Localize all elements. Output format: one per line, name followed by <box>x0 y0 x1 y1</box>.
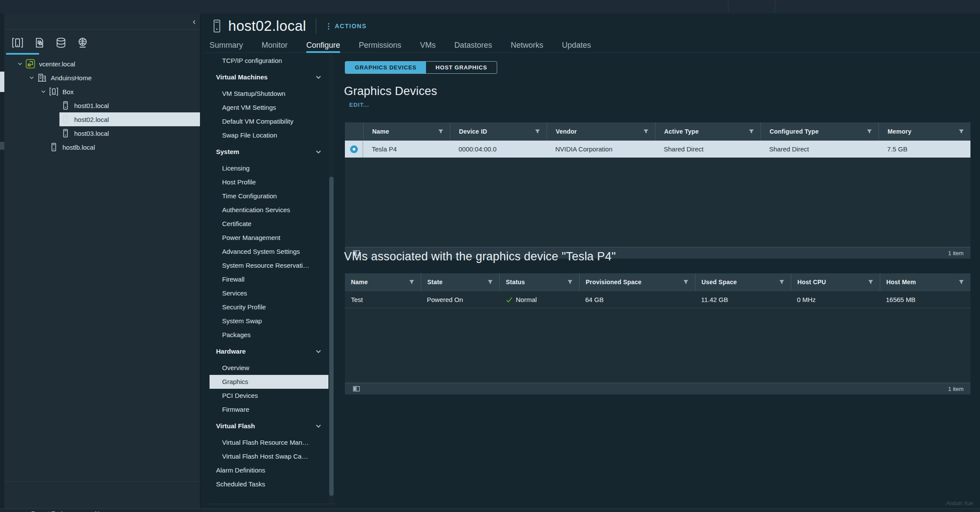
column-header-device-id[interactable]: Device ID <box>450 122 547 141</box>
tree-item-label: hostlb.local <box>62 144 95 151</box>
nav-section-label: Hardware <box>216 348 246 355</box>
nav-section-system[interactable]: System <box>210 145 328 159</box>
nav-item-scheduled-tasks[interactable]: Scheduled Tasks <box>210 477 328 491</box>
cell-device-id: 0000:04:00.0 <box>450 141 547 158</box>
networking-icon[interactable] <box>77 37 88 49</box>
tree-item-host01-local[interactable]: host01.local <box>4 98 200 112</box>
alarms-label[interactable]: Alarms <box>94 510 113 512</box>
nav-item-security-profile[interactable]: Security Profile <box>210 300 328 314</box>
tree-item-Box[interactable]: Box <box>4 85 200 98</box>
filter-icon[interactable] <box>534 128 541 135</box>
filter-icon[interactable] <box>683 279 689 285</box>
chevron-down-icon[interactable] <box>16 61 24 66</box>
column-header-vendor[interactable]: Vendor <box>547 122 655 141</box>
nav-item-pci-devices[interactable]: PCI Devices <box>210 389 328 403</box>
vm-row[interactable]: TestPowered OnNormal64 GB11.42 GB0 MHz16… <box>345 291 970 308</box>
nav-item-authentication-services[interactable]: Authentication Services <box>210 203 328 217</box>
filter-icon[interactable] <box>779 279 785 285</box>
graphics-devices-table: NameDevice IDVendorActive TypeConfigured… <box>345 122 970 259</box>
edit-button[interactable]: EDIT... <box>349 102 369 108</box>
nav-item-graphics[interactable]: Graphics <box>210 375 328 389</box>
graphics-panel: GRAPHICS DEVICESHOST GRAPHICS Graphics D… <box>343 13 980 512</box>
nav-item-tcp-ip-configuration[interactable]: TCP/IP configuration <box>210 54 328 68</box>
nav-item-virtual-flash-host-swap-ca-[interactable]: Virtual Flash Host Swap Ca… <box>210 450 328 463</box>
vms-and-templates-icon[interactable] <box>33 37 45 49</box>
nav-item-virtual-flash-resource-man-[interactable]: Virtual Flash Resource Man… <box>210 436 328 450</box>
associated-vms-table-footer: 1 item <box>345 383 970 394</box>
nav-section-virtual-machines[interactable]: Virtual Machines <box>210 70 328 84</box>
nav-section-hardware[interactable]: Hardware <box>210 345 328 358</box>
nav-section-label: System <box>216 148 239 155</box>
column-header-state[interactable]: State <box>421 273 499 291</box>
column-header-name[interactable]: Name <box>345 273 421 291</box>
inventory-view-switcher <box>4 30 200 56</box>
filter-icon[interactable] <box>409 279 415 285</box>
hosts-and-clusters-icon[interactable] <box>12 37 23 49</box>
nav-item-licensing[interactable]: Licensing <box>210 161 328 175</box>
graphics-device-row[interactable]: Tesla P40000:04:00.0NVIDIA CorporationSh… <box>345 141 970 158</box>
nav-item-services[interactable]: Services <box>210 286 328 300</box>
column-header-status[interactable]: Status <box>499 273 579 291</box>
nav-item-swap-file-location[interactable]: Swap File Location <box>210 128 328 142</box>
column-header-used-space[interactable]: Used Space <box>695 273 791 291</box>
filter-icon[interactable] <box>958 279 964 285</box>
tab-monitor[interactable]: Monitor <box>262 39 288 53</box>
nav-item-host-profile[interactable]: Host Profile <box>210 175 328 189</box>
chevron-down-icon[interactable] <box>39 89 48 94</box>
nav-item-overview[interactable]: Overview <box>210 361 328 375</box>
nav-item-system-resource-reservati-[interactable]: System Resource Reservati… <box>210 259 328 272</box>
recent-tasks-bar[interactable]: Recent Tasks Alarms <box>0 509 980 512</box>
cell-vendor: NVIDIA Corporation <box>547 141 655 158</box>
filter-icon[interactable] <box>567 279 573 285</box>
nav-item-power-management[interactable]: Power Management <box>210 231 328 245</box>
filter-icon[interactable] <box>958 128 964 135</box>
column-header-host-cpu[interactable]: Host CPU <box>791 273 880 291</box>
nav-item-firewall[interactable]: Firewall <box>210 272 328 286</box>
tree-item-AnduinsHome[interactable]: AnduinsHome <box>4 71 200 85</box>
nav-item-default-vm-compatibility[interactable]: Default VM Compatibility <box>210 115 328 128</box>
column-header-memory[interactable]: Memory <box>878 122 970 141</box>
chevron-down-icon[interactable] <box>27 75 36 80</box>
tree-item-hostlb-local[interactable]: hostlb.local <box>4 140 200 154</box>
radio-selected-icon[interactable] <box>350 145 358 153</box>
nav-item-system-swap[interactable]: System Swap <box>210 314 328 328</box>
column-header-host-mem[interactable]: Host Mem <box>880 273 970 291</box>
row-radio[interactable] <box>345 141 363 158</box>
collapse-sidebar-icon[interactable]: ‹ <box>193 15 196 27</box>
tree-item-host02-local[interactable]: host02.local <box>4 112 200 126</box>
column-header-name[interactable]: Name <box>363 122 450 141</box>
column-header-active-type[interactable]: Active Type <box>655 122 760 141</box>
nav-item-alarm-definitions[interactable]: Alarm Definitions <box>210 463 328 477</box>
toggle-graphics-devices[interactable]: GRAPHICS DEVICES <box>345 62 426 73</box>
nav-section-virtual-flash[interactable]: Virtual Flash <box>210 419 328 433</box>
column-header-configured-type[interactable]: Configured Type <box>760 122 878 141</box>
nav-item-agent-vm-settings[interactable]: Agent VM Settings <box>210 101 328 115</box>
configure-nav-scrollbar-thumb[interactable] <box>329 177 334 496</box>
recent-tasks-label[interactable]: Recent Tasks <box>31 510 67 512</box>
storage-icon[interactable] <box>55 37 67 49</box>
toggle-host-graphics[interactable]: HOST GRAPHICS <box>426 62 497 73</box>
item-count: 1 item <box>948 386 964 392</box>
filter-icon[interactable] <box>866 128 872 135</box>
nav-item-certificate[interactable]: Certificate <box>210 217 328 231</box>
tree-item-vcenter-local[interactable]: vcenter.local <box>4 57 200 71</box>
column-header-provisioned-space[interactable]: Provisioned Space <box>579 273 695 291</box>
nav-item-time-configuration[interactable]: Time Configuration <box>210 189 328 203</box>
filter-icon[interactable] <box>748 128 754 135</box>
sidebar-divider <box>4 481 200 482</box>
column-settings-icon[interactable] <box>353 385 360 392</box>
filter-icon[interactable] <box>868 279 874 285</box>
watermark: Anduin Xue <box>946 500 973 506</box>
nav-item-firmware[interactable]: Firmware <box>210 403 328 417</box>
active-view-underline <box>6 53 39 55</box>
nav-item-vm-startup-shutdown[interactable]: VM Startup/Shutdown <box>210 87 328 101</box>
nav-item-advanced-system-settings[interactable]: Advanced System Settings <box>210 245 328 259</box>
filter-icon[interactable] <box>487 279 493 285</box>
tab-summary[interactable]: Summary <box>210 39 243 53</box>
tree-item-label: AnduinsHome <box>51 74 92 82</box>
nav-item-packages[interactable]: Packages <box>210 328 328 342</box>
filter-icon[interactable] <box>643 128 649 135</box>
tree-item-host03-local[interactable]: host03.local <box>4 126 200 140</box>
filter-icon[interactable] <box>438 128 444 135</box>
tab-configure[interactable]: Configure <box>306 39 340 53</box>
